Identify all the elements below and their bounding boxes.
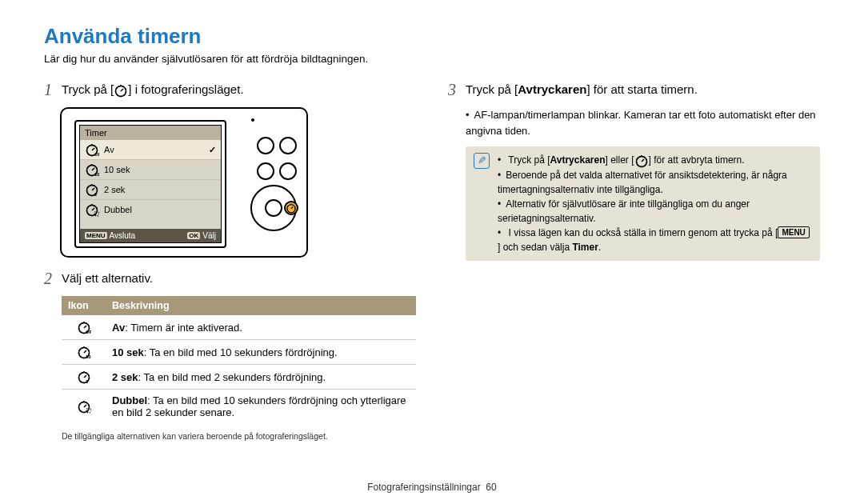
table-row: Dubbel: Ta en bild med 10 sekunders förd… xyxy=(62,390,416,424)
camera-illustration: Timer OFF Av ✓ 10 10 sek xyxy=(60,107,416,258)
table-footnote: De tillgängliga alternativen kan variera… xyxy=(62,431,416,441)
menu-item-2s: 2 2 sek xyxy=(80,180,221,200)
step3-subtext: AF-lampan/timerlampan blinkar. Kameran t… xyxy=(466,107,820,138)
menu-item-10s: 10 10 sek xyxy=(80,160,221,180)
th-desc: Beskrivning xyxy=(106,296,416,315)
svg-text:OFF: OFF xyxy=(86,330,91,334)
note-item: Tryck på [Avtryckaren] eller [] för att … xyxy=(498,153,812,168)
page-title: Använda timern xyxy=(44,24,820,49)
step-number-3: 3 xyxy=(448,81,466,99)
menu-title: Timer xyxy=(80,126,221,140)
timer-icon xyxy=(114,83,128,98)
intro-text: Lär dig hur du använder självutlösaren f… xyxy=(44,53,820,65)
menu-item-off: OFF Av ✓ xyxy=(80,140,221,160)
table-row: OFF Av: Timern är inte aktiverad. xyxy=(62,315,416,340)
note-item: Beroende på det valda alternativet för a… xyxy=(498,168,812,197)
step3-text: Tryck på [Avtryckaren] för att starta ti… xyxy=(466,81,698,98)
note-box: Tryck på [Avtryckaren] eller [] för att … xyxy=(466,146,820,261)
note-item: Alternativ för självutlösare är inte til… xyxy=(498,197,812,226)
svg-text:10: 10 xyxy=(86,354,91,359)
step2-text: Välj ett alternativ. xyxy=(62,270,153,286)
table-row: 2 2 sek: Ta en bild med 2 sekunders förd… xyxy=(62,365,416,390)
step-number-1: 1 xyxy=(44,81,62,99)
options-table: Ikon Beskrivning OFF Av: Timern är inte … xyxy=(62,296,416,423)
note-item: I vissa lägen kan du också ställa in tim… xyxy=(498,226,812,254)
step-number-2: 2 xyxy=(44,270,62,288)
page-footer: Fotograferingsinställningar 60 xyxy=(0,482,864,493)
dpad-right-highlight xyxy=(284,201,298,215)
svg-text:10: 10 xyxy=(94,172,99,177)
timer-icon xyxy=(634,154,649,168)
table-row: 10 10 sek: Ta en bild med 10 sekunders f… xyxy=(62,340,416,365)
step1-text: Tryck på [] i fotograferingsläget. xyxy=(62,81,244,98)
svg-text:OFF: OFF xyxy=(94,152,99,157)
note-icon xyxy=(474,153,490,169)
menu-item-double: Dubbel xyxy=(80,200,221,219)
menu-chip: MENU xyxy=(778,226,809,238)
th-icon: Ikon xyxy=(62,296,106,315)
